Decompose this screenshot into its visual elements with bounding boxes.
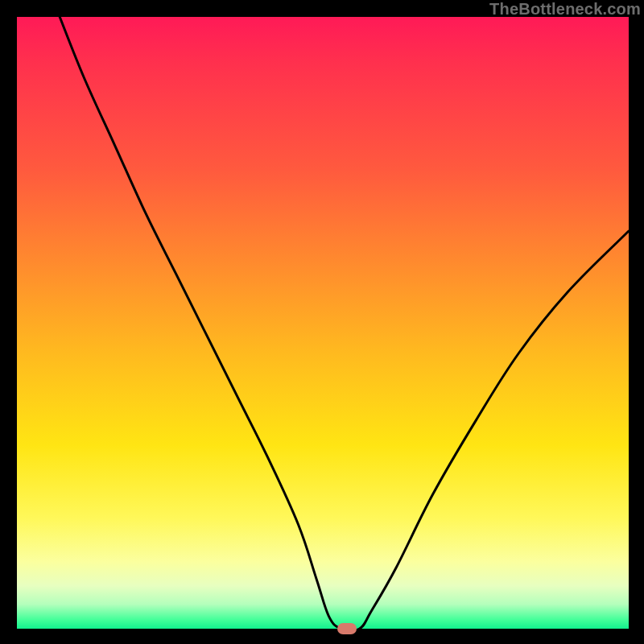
plot-area xyxy=(17,17,629,629)
chart-container: TheBottleneck.com xyxy=(0,0,644,644)
bottleneck-curve xyxy=(17,17,629,629)
optimum-marker xyxy=(337,623,357,634)
attribution-watermark: TheBottleneck.com xyxy=(489,0,641,19)
